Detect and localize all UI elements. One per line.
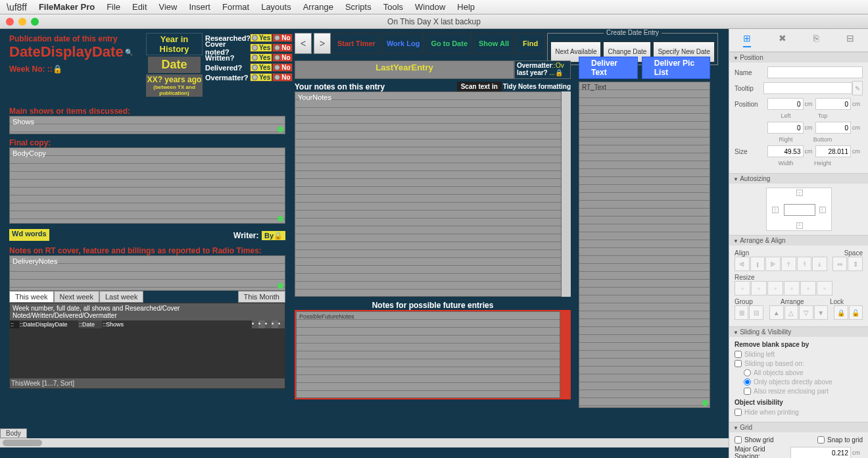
menu-window[interactable]: Window <box>415 2 445 12</box>
top-input[interactable] <box>815 98 852 110</box>
align-center-icon[interactable]: ⫿ <box>750 257 765 271</box>
portal-col-3[interactable]: ::Shows <box>102 320 252 328</box>
delivnotes-field[interactable]: DeliveryNotes <box>9 255 285 291</box>
next-button[interactable]: > <box>314 33 331 54</box>
forward-icon[interactable]: △ <box>784 305 798 320</box>
resize-5-icon[interactable]: ▫ <box>800 281 816 295</box>
portal-col-0[interactable]: :: <box>10 320 19 328</box>
menu-tools[interactable]: Tools <box>383 2 403 12</box>
portal-col-1[interactable]: ::DateDisplayDate <box>19 320 78 328</box>
front-icon[interactable]: ▲ <box>769 305 783 320</box>
left-input[interactable] <box>767 98 804 110</box>
app-name[interactable]: FileMaker Pro <box>39 2 95 12</box>
date-field[interactable]: Date <box>148 57 200 73</box>
menu-layouts[interactable]: Layouts <box>261 2 291 12</box>
deliver-pic-button[interactable]: Deliver Pic List <box>642 57 710 79</box>
researched-yes[interactable]: Yes <box>250 34 272 42</box>
backward-icon[interactable]: ▽ <box>799 305 813 320</box>
right-input[interactable] <box>767 122 804 134</box>
cover-yes[interactable]: Yes <box>250 43 272 52</box>
menu-file[interactable]: File <box>107 2 120 12</box>
resize-3-icon[interactable]: ▫ <box>767 281 783 295</box>
align-right-icon[interactable]: ⫸ <box>765 257 781 271</box>
autosize-control[interactable]: ┬┴ ├┤ <box>766 188 832 231</box>
search-icon[interactable]: 🔍 <box>125 49 133 56</box>
show-all-button[interactable]: Show All <box>474 33 514 54</box>
space-v-icon[interactable]: ⇕ <box>848 257 863 271</box>
tab-next-week[interactable]: Next week <box>54 291 99 303</box>
pencil-icon[interactable]: ✎ <box>852 81 863 95</box>
width-input[interactable] <box>767 145 804 157</box>
unlock-icon[interactable]: 🔓 <box>849 305 863 320</box>
scrollbar[interactable] <box>562 91 571 297</box>
layout-canvas[interactable]: Publication date of this entry DateDispl… <box>0 29 729 458</box>
delivered-no[interactable]: No <box>272 63 292 72</box>
align-top-icon[interactable]: ⫯ <box>781 257 796 271</box>
tab-appearance-icon[interactable]: ✖ <box>779 33 786 47</box>
menu-arrange[interactable]: Arrange <box>303 2 333 12</box>
minimize-button[interactable] <box>18 18 26 26</box>
name-input[interactable] <box>767 66 863 78</box>
overmatter-box[interactable]: Overmatter::Ov last year? ...🔒 <box>514 61 571 79</box>
height-input[interactable] <box>815 145 852 157</box>
tidy-button[interactable]: Tidy Notes formatting <box>503 83 571 90</box>
menu-format[interactable]: Format <box>222 2 249 12</box>
menu-scripts[interactable]: Scripts <box>345 2 372 12</box>
section-arrange[interactable]: Arrange & Align <box>729 236 868 245</box>
section-sliding[interactable]: Sliding & Visibility <box>729 327 868 337</box>
all-objects-radio[interactable]: All objects above <box>744 369 863 376</box>
delivered-yes[interactable]: Yes <box>250 63 272 72</box>
cover-no[interactable]: No <box>272 43 292 52</box>
show-grid-check[interactable]: Show grid <box>735 436 773 444</box>
writer-field[interactable]: By🔒 <box>262 231 285 240</box>
slide-left-check[interactable]: Sliding left <box>735 351 863 358</box>
slide-up-check[interactable]: Sliding up based on: <box>735 360 863 367</box>
align-bottom-icon[interactable]: ⫰ <box>812 257 827 271</box>
bodycopy-field[interactable]: BodyCopy <box>9 147 285 224</box>
tab-this-week[interactable]: This week <box>9 291 54 303</box>
menu-insert[interactable]: Insert <box>189 2 210 12</box>
rt-text-field[interactable]: RT_Text <box>579 82 710 408</box>
deliver-text-button[interactable]: Deliver Text <box>579 57 638 79</box>
lastyear-field[interactable]: LastYearEntry <box>295 61 514 79</box>
datedisplaydate-field[interactable]: DateDisplayDate <box>9 43 124 61</box>
apple-menu[interactable]: \uf8ff <box>7 2 27 13</box>
this-month-button[interactable]: This Month <box>238 291 285 303</box>
resize-1-icon[interactable]: ▫ <box>735 281 750 295</box>
ungroup-icon[interactable]: ⊟ <box>749 305 763 320</box>
back-icon[interactable]: ▼ <box>814 305 828 320</box>
tab-position-icon[interactable]: ⊞ <box>743 33 751 47</box>
find-button[interactable]: Find <box>516 33 545 54</box>
snap-grid-check[interactable]: Snap to grid <box>817 436 863 444</box>
only-objects-radio[interactable]: Only objects directly above <box>744 378 863 386</box>
overmatter-yes[interactable]: Yes <box>250 73 272 82</box>
researched-no[interactable]: No <box>272 34 292 42</box>
start-timer-button[interactable]: Start Timer <box>333 33 380 54</box>
scan-button[interactable]: Scan text in <box>457 82 502 91</box>
work-log-button[interactable]: Work Log <box>382 33 425 54</box>
body-part-label[interactable]: Body <box>0 428 27 438</box>
prev-button[interactable]: < <box>295 33 312 54</box>
scrollbar[interactable] <box>560 311 569 398</box>
tab-styles-icon[interactable]: ⎘ <box>813 33 819 47</box>
menu-help[interactable]: Help <box>457 2 475 12</box>
group-icon[interactable]: ⊞ <box>735 305 748 320</box>
hide-print-check[interactable]: Hide when printing <box>735 409 863 416</box>
future-notes-field[interactable]: PossibleFutureNotes <box>296 311 560 398</box>
shows-field[interactable]: Shows <box>9 116 285 134</box>
align-middle-icon[interactable]: ⫲ <box>797 257 812 271</box>
close-button[interactable] <box>6 18 14 26</box>
zoom-button[interactable] <box>31 18 39 26</box>
written-no[interactable]: No <box>272 53 292 62</box>
section-position[interactable]: Position <box>729 53 868 63</box>
words-field[interactable]: Wd words <box>9 229 49 241</box>
resize-2-icon[interactable]: ▫ <box>751 281 767 295</box>
space-h-icon[interactable]: ⇔ <box>832 257 848 271</box>
portal-col-2[interactable]: ::Date <box>78 320 102 328</box>
tab-last-week[interactable]: Last week <box>99 291 144 303</box>
menu-edit[interactable]: Edit <box>132 2 147 12</box>
tab-data-icon[interactable]: ⊟ <box>846 33 854 47</box>
tooltip-input[interactable] <box>763 82 852 94</box>
section-grid[interactable]: Grid <box>729 422 868 432</box>
overmatter-no[interactable]: No <box>272 73 292 82</box>
